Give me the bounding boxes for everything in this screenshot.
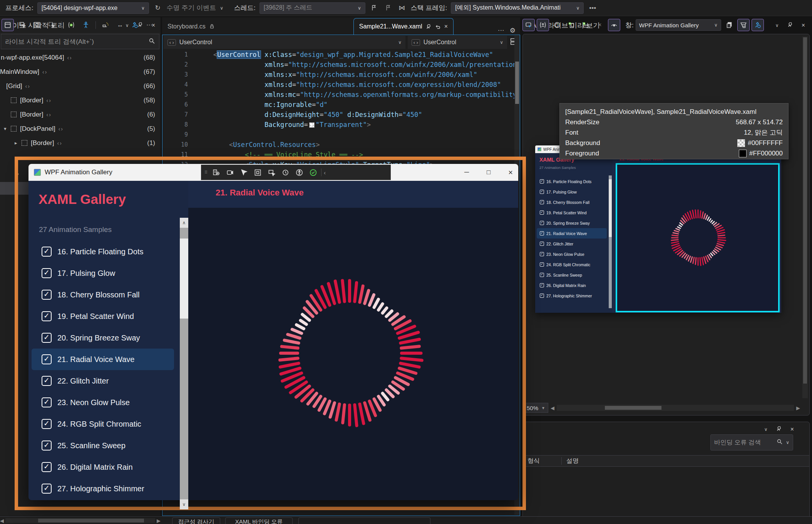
tree-row[interactable]: ▸ [Border] (1): [0, 136, 161, 150]
search-icon[interactable]: [149, 38, 155, 46]
tree-row[interactable]: [Border] (6): [0, 107, 161, 122]
mini-list-item[interactable]: 22. Glitch Jitter: [537, 239, 607, 249]
lifecycle-events-icon[interactable]: ↻: [153, 3, 163, 13]
add-element-icon[interactable]: [565, 19, 578, 31]
gallery-list-item[interactable]: 24. RGB Split Chromatic: [32, 413, 174, 435]
checkbox-checked-icon[interactable]: [540, 231, 544, 235]
select-element-preview-icon[interactable]: [522, 19, 535, 31]
select-element-icon[interactable]: [16, 19, 28, 31]
checkbox-checked-icon[interactable]: [540, 283, 544, 287]
xaml-source-icon[interactable]: [46, 112, 51, 118]
expander-icon[interactable]: ▸: [15, 140, 22, 146]
pin-icon[interactable]: [776, 426, 782, 433]
checkbox-checked-icon[interactable]: [42, 290, 52, 300]
chevron-down-icon[interactable]: ∨: [220, 5, 223, 11]
just-my-xaml-icon[interactable]: [65, 19, 77, 31]
xaml-source-icon[interactable]: [46, 97, 51, 103]
gallery-scrollbar[interactable]: ∧ ∨: [180, 228, 188, 499]
scrollbar-thumb[interactable]: [803, 37, 807, 384]
close-icon[interactable]: ×: [790, 426, 794, 433]
thread-dropdown[interactable]: [39628] 주 스레드∨: [260, 2, 365, 14]
lifecycle-events-label[interactable]: 수명 주기 이벤트: [167, 3, 216, 12]
scrollbar-thumb[interactable]: [515, 62, 519, 104]
checkbox-checked-icon[interactable]: [540, 242, 544, 246]
tree-row[interactable]: MainWindow] (67): [0, 65, 161, 79]
track-focused-element-icon[interactable]: [266, 167, 277, 178]
close-icon[interactable]: ×: [444, 23, 448, 30]
gallery-list-item[interactable]: 18. Cherry Blossom Fall: [32, 284, 174, 305]
mini-list-item[interactable]: 17. Pulsing Glow: [537, 187, 607, 197]
select-element-icon[interactable]: [238, 167, 249, 178]
checkbox-checked-icon[interactable]: [42, 354, 52, 364]
tab-empty[interactable]: [298, 517, 430, 524]
track-focused-element-icon[interactable]: [45, 19, 58, 31]
check-circle-icon[interactable]: [307, 167, 319, 178]
checkbox-checked-icon[interactable]: [42, 397, 52, 407]
checkbox-checked-icon[interactable]: [540, 273, 544, 277]
checkbox-checked-icon[interactable]: [540, 200, 544, 204]
live-preview-focus-icon[interactable]: [608, 19, 620, 31]
column-separator[interactable]: [561, 457, 562, 465]
xaml-source-icon[interactable]: [59, 126, 64, 132]
mini-list-item[interactable]: 24. RGB Split Chromatic: [537, 259, 607, 270]
mini-list-item[interactable]: 18. Cherry Blossom Fall: [537, 197, 607, 207]
scrollbar-thumb[interactable]: [605, 406, 661, 410]
tab-xaml-binding-errors[interactable]: XAML 바인딩 오류: [225, 517, 293, 524]
tree-row[interactable]: [Grid] (66): [0, 79, 161, 93]
preview-vertical-scrollbar[interactable]: [802, 37, 808, 398]
tree-row[interactable]: [Border] (58): [0, 93, 161, 107]
tab-sample21-wave[interactable]: Sample21...Wave.xaml ×: [353, 18, 454, 35]
checkbox-checked-icon[interactable]: [42, 462, 52, 472]
screenshot-icon[interactable]: [224, 167, 236, 178]
mini-list-item[interactable]: 20. Spring Breeze Sway: [537, 218, 607, 228]
more-options-icon[interactable]: ···: [143, 19, 156, 31]
gallery-list-item[interactable]: 27. Holographic Shimmer: [32, 478, 174, 499]
checkbox-checked-icon[interactable]: [42, 311, 52, 321]
minimize-button[interactable]: ─: [464, 169, 469, 176]
close-button[interactable]: ×: [508, 168, 513, 177]
scroll-right-icon[interactable]: ▶: [796, 405, 800, 411]
checkbox-checked-icon[interactable]: [540, 294, 544, 298]
copy-window-icon[interactable]: [723, 19, 735, 31]
scroll-down-icon[interactable]: ∨: [180, 499, 188, 509]
parallel-stacks-icon[interactable]: ⋈: [397, 3, 407, 13]
checkbox-checked-icon[interactable]: [540, 221, 544, 225]
process-dropdown[interactable]: [54064] design-wpf-app.exe∨: [37, 2, 149, 14]
gallery-list-item[interactable]: 17. Pulsing Glow: [32, 262, 174, 284]
checkbox-checked-icon[interactable]: [42, 419, 52, 429]
tree-row[interactable]: ▾ [DockPanel] (5): [0, 122, 161, 136]
scroll-left-icon[interactable]: ◀: [0, 518, 4, 524]
undo-icon[interactable]: [435, 24, 441, 30]
mini-list-item[interactable]: 27. Holographic Shimmer: [537, 290, 607, 301]
checkbox-checked-icon[interactable]: [540, 252, 544, 256]
mini-list-item[interactable]: 23. Neon Glow Pulse: [537, 249, 607, 259]
checkbox-checked-icon[interactable]: [42, 376, 52, 386]
zoom-level-dropdown[interactable]: 50% ▼: [524, 403, 548, 413]
checkbox-checked-icon[interactable]: [42, 484, 52, 494]
mini-app-window[interactable]: WPF Animat XAML Gallery 27 Animation Sam…: [535, 145, 781, 313]
mini-list-item[interactable]: 26. Digital Matrix Rain: [537, 280, 607, 290]
checkbox-checked-icon[interactable]: [540, 262, 544, 267]
scroll-right-icon[interactable]: ▶: [157, 518, 161, 524]
debug-property-icon[interactable]: [129, 19, 141, 31]
flag-icon[interactable]: [369, 3, 379, 13]
flag-outline-icon[interactable]: [383, 3, 393, 13]
gear-icon[interactable]: ⚙: [510, 27, 516, 35]
breadcrumb-right[interactable]: ‹› UserControl ∨: [408, 36, 507, 49]
debug-tools-icon[interactable]: [752, 19, 764, 31]
mini-list-item[interactable]: 21. Radial Voice Wave: [537, 228, 607, 239]
xaml-source-icon[interactable]: [57, 140, 62, 146]
tree-horizontal-scrollbar[interactable]: ◀ ▶: [0, 517, 161, 524]
go-to-live-visual-tree-icon[interactable]: [210, 167, 222, 178]
pin-icon[interactable]: [426, 24, 432, 30]
collapse-toolbar-icon[interactable]: ‹: [324, 169, 326, 176]
scroll-up-icon[interactable]: ∧: [180, 218, 188, 228]
xaml-source-icon[interactable]: [67, 55, 72, 61]
more-options-icon[interactable]: •••: [588, 3, 598, 13]
code-area[interactable]: 1<UserControl x:Class="design_wpf_app.Mi…: [162, 50, 514, 170]
wpf-animation-gallery-window[interactable]: WPF Animation Gallery ─ □ × ⠿ ‹ XAML Gal…: [28, 164, 518, 500]
checkbox-checked-icon[interactable]: [42, 268, 52, 278]
scrollbar-thumb[interactable]: [180, 239, 188, 319]
xaml-source-icon[interactable]: [42, 69, 47, 75]
column-type[interactable]: 형식: [523, 457, 561, 465]
